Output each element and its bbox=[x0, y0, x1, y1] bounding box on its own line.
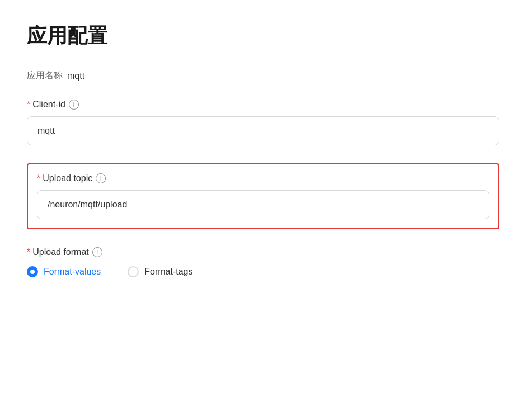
client-id-required-star: * bbox=[27, 100, 30, 110]
client-id-info-icon[interactable]: i bbox=[69, 100, 79, 110]
radio-circle-format-values bbox=[27, 266, 38, 277]
upload-topic-info-icon[interactable]: i bbox=[96, 173, 106, 183]
client-id-input[interactable] bbox=[27, 116, 499, 145]
app-name-label: 应用名称 bbox=[27, 70, 63, 82]
upload-topic-required-star: * bbox=[37, 173, 40, 183]
app-name-value: mqtt bbox=[67, 71, 84, 81]
client-id-label: Client-id bbox=[32, 100, 65, 110]
upload-topic-label: Upload topic bbox=[43, 173, 92, 183]
radio-option-format-tags[interactable]: Format-tags bbox=[128, 266, 192, 277]
upload-topic-input[interactable] bbox=[37, 190, 489, 219]
upload-format-info-icon[interactable]: i bbox=[92, 247, 102, 257]
format-radio-group: Format-values Format-tags bbox=[27, 266, 499, 277]
page-title: 应用配置 bbox=[27, 22, 499, 50]
radio-label-format-tags: Format-tags bbox=[144, 267, 192, 277]
radio-option-format-values[interactable]: Format-values bbox=[27, 266, 101, 277]
radio-circle-format-tags bbox=[128, 266, 139, 277]
radio-label-format-values: Format-values bbox=[44, 267, 101, 277]
upload-format-label: Upload format bbox=[32, 247, 89, 257]
upload-format-required-star: * bbox=[27, 247, 30, 257]
